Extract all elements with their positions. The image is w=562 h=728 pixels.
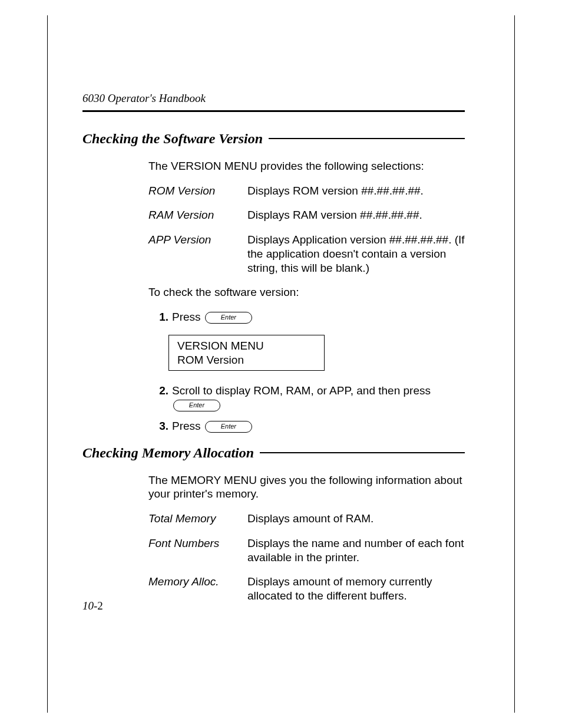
step-number: 3. xyxy=(148,419,172,433)
step-item: 2. Scroll to display ROM, RAM, or APP, a… xyxy=(148,384,465,412)
def-desc: Displays amount of memory currently allo… xyxy=(247,575,465,603)
def-desc: Displays RAM version ##.##.##.##. xyxy=(247,208,465,222)
step-text: Press Enter xyxy=(172,310,465,324)
crop-mark-right xyxy=(514,15,515,713)
def-desc: Displays the name and number of each fon… xyxy=(247,536,465,565)
crop-mark-left xyxy=(47,15,48,713)
enter-key-icon: Enter xyxy=(205,421,252,433)
def-row: ROM Version Displays ROM version ##.##.#… xyxy=(148,184,465,198)
page: 6030 Operator's Handbook Checking the So… xyxy=(0,0,562,728)
def-row: Total Memory Displays amount of RAM. xyxy=(148,512,465,526)
def-desc: Displays ROM version ##.##.##.##. xyxy=(247,184,465,198)
section-body-memory: The MEMORY MENU gives you the following … xyxy=(148,473,465,603)
header-rule xyxy=(82,110,465,112)
def-row: Memory Alloc. Displays amount of memory … xyxy=(148,575,465,603)
def-term: Total Memory xyxy=(148,512,247,526)
def-desc: Displays Application version ##.##.##.##… xyxy=(247,233,465,275)
definition-list: ROM Version Displays ROM version ##.##.#… xyxy=(148,184,465,275)
step-text-fragment: Scroll to display ROM, RAM, or APP, and … xyxy=(172,384,465,398)
def-desc: Displays amount of RAM. xyxy=(247,512,465,526)
section-rule xyxy=(269,138,465,139)
step-text-fragment: Press xyxy=(172,311,204,323)
enter-key-icon: Enter xyxy=(173,400,220,411)
lead-in: To check the software version: xyxy=(148,285,465,299)
step-text-fragment: Press xyxy=(172,420,204,432)
section-rule xyxy=(260,452,465,453)
step-list: 1. Press Enter VERSION MENU ROM Version … xyxy=(148,310,465,433)
enter-key-icon: Enter xyxy=(205,312,252,324)
intro-paragraph: The VERSION MENU provides the following … xyxy=(148,159,465,173)
def-term: Memory Alloc. xyxy=(148,575,247,589)
section-body-version: The VERSION MENU provides the following … xyxy=(148,159,465,433)
lcd-line-1: VERSION MENU xyxy=(177,339,316,353)
page-number: 10-2 xyxy=(82,599,103,613)
def-term: RAM Version xyxy=(148,208,247,222)
section-heading-version: Checking the Software Version xyxy=(82,130,465,147)
step-item: 1. Press Enter xyxy=(148,310,465,324)
step-item: 3. Press Enter xyxy=(148,419,465,433)
definition-list: Total Memory Displays amount of RAM. Fon… xyxy=(148,512,465,603)
intro-paragraph: The MEMORY MENU gives you the following … xyxy=(148,473,465,502)
def-row: APP Version Displays Application version… xyxy=(148,233,465,275)
step-text: Scroll to display ROM, RAM, or APP, and … xyxy=(172,384,465,412)
section-title: Checking the Software Version xyxy=(82,130,263,147)
def-row: RAM Version Displays RAM version ##.##.#… xyxy=(148,208,465,222)
section-heading-memory: Checking Memory Allocation xyxy=(82,444,465,462)
def-term: ROM Version xyxy=(148,184,247,198)
def-term: APP Version xyxy=(148,233,247,247)
def-row: Font Numbers Displays the name and numbe… xyxy=(148,536,465,565)
lcd-display: VERSION MENU ROM Version xyxy=(168,335,325,371)
def-term: Font Numbers xyxy=(148,536,247,551)
running-head: 6030 Operator's Handbook xyxy=(82,91,465,106)
section-title: Checking Memory Allocation xyxy=(82,444,254,462)
content-area: 6030 Operator's Handbook Checking the So… xyxy=(82,91,465,614)
step-number: 2. xyxy=(148,384,172,398)
step-text: Press Enter xyxy=(172,419,465,433)
step-number: 1. xyxy=(148,310,172,324)
page-index: 2 xyxy=(97,599,103,612)
page-chapter: 10- xyxy=(82,599,97,612)
lcd-line-2: ROM Version xyxy=(177,353,316,367)
